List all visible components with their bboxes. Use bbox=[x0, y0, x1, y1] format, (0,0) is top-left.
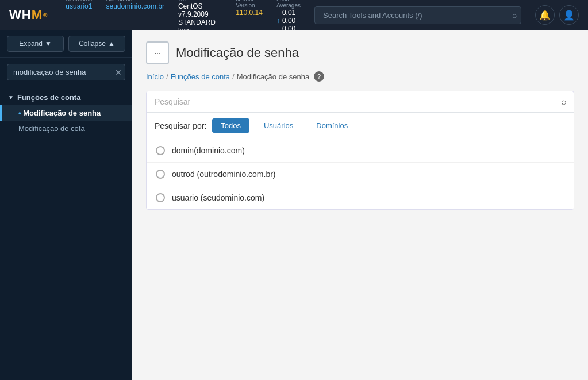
breadcrumb: Início / Funções de conta / Modificação … bbox=[146, 71, 574, 82]
filter-row: Pesquisar por: Todos Usuários Domínios bbox=[147, 113, 574, 139]
account-item[interactable]: outrod (outrodominio.com.br) bbox=[147, 163, 574, 186]
expand-button[interactable]: Expand ▼ bbox=[7, 36, 64, 52]
sidebar-section-header[interactable]: ▼ Funções de conta bbox=[0, 90, 132, 105]
radio-button[interactable] bbox=[156, 170, 165, 179]
topbar-actions: 🔔 👤 bbox=[535, 5, 579, 25]
content-search-input[interactable] bbox=[147, 91, 554, 112]
account-item[interactable]: domin(dominio.com) bbox=[147, 139, 574, 163]
radio-button[interactable] bbox=[156, 193, 165, 202]
account-item[interactable]: usuario (seudominio.com) bbox=[147, 186, 574, 209]
radio-button[interactable] bbox=[156, 146, 165, 155]
accounts-list: domin(dominio.com) outrod (outrodominio.… bbox=[147, 139, 574, 209]
page-header: ··· Modificação de senha bbox=[146, 41, 574, 64]
username-group: Username usuario1 bbox=[66, 0, 92, 34]
content-card: ⌕ Pesquisar por: Todos Usuários Domínios… bbox=[146, 91, 574, 210]
sidebar-search-clear[interactable]: ✕ bbox=[115, 68, 122, 76]
sidebar-search-container: ✕ bbox=[7, 64, 125, 80]
breadcrumb-section[interactable]: Funções de conta bbox=[171, 72, 230, 81]
topbar-info: Username usuario1 Hostname seudominio.co… bbox=[66, 0, 301, 34]
os-group: OS CentOS v7.9.2009 STANDARD kvm bbox=[178, 0, 222, 34]
page-icon: ··· bbox=[146, 41, 169, 64]
filter-domains-button[interactable]: Domínios bbox=[308, 118, 356, 133]
logo: WHM ® bbox=[9, 7, 47, 22]
breadcrumb-current: Modificação de senha bbox=[237, 72, 309, 81]
cpanel-group: cPanel Version 110.0.14 bbox=[236, 0, 263, 34]
sidebar: Expand ▼ Collapse ▲ ✕ ▼ Funções de conta… bbox=[0, 30, 132, 380]
topbar-search-box: ⌕ bbox=[314, 6, 521, 24]
breadcrumb-home[interactable]: Início bbox=[146, 72, 164, 81]
notifications-button[interactable]: 🔔 bbox=[535, 5, 555, 25]
chevron-down-icon: ▼ bbox=[8, 94, 14, 101]
load-group: Load Averages ↑ 0.01 0.00 0.00 bbox=[276, 0, 301, 34]
filter-all-button[interactable]: Todos bbox=[212, 118, 249, 133]
main-content: ··· Modificação de senha Início / Funçõe… bbox=[132, 30, 588, 380]
topbar-search-button[interactable]: ⌕ bbox=[512, 10, 517, 20]
hostname-group: Hostname seudominio.com.br bbox=[106, 0, 164, 34]
user-button[interactable]: 👤 bbox=[559, 5, 579, 25]
content-search-button[interactable]: ⌕ bbox=[554, 92, 574, 112]
page-title: Modificação de senha bbox=[176, 45, 299, 60]
sidebar-search-input[interactable] bbox=[7, 64, 125, 80]
help-icon[interactable]: ? bbox=[314, 71, 324, 82]
sidebar-section-account-functions: ▼ Funções de conta Modificação de senha … bbox=[0, 86, 132, 140]
collapse-button[interactable]: Collapse ▲ bbox=[68, 36, 125, 52]
sidebar-item-password-change[interactable]: Modificação de senha bbox=[0, 105, 132, 121]
content-search-row: ⌕ bbox=[147, 91, 574, 113]
topbar: WHM ® Username usuario1 Hostname seudomi… bbox=[0, 0, 588, 30]
layout: Expand ▼ Collapse ▲ ✕ ▼ Funções de conta… bbox=[0, 30, 588, 380]
filter-users-button[interactable]: Usuários bbox=[255, 118, 302, 133]
topbar-search-input[interactable] bbox=[314, 6, 521, 24]
sidebar-item-quota-change[interactable]: Modificação de cota bbox=[0, 121, 132, 136]
sidebar-toolbar: Expand ▼ Collapse ▲ bbox=[0, 30, 132, 58]
